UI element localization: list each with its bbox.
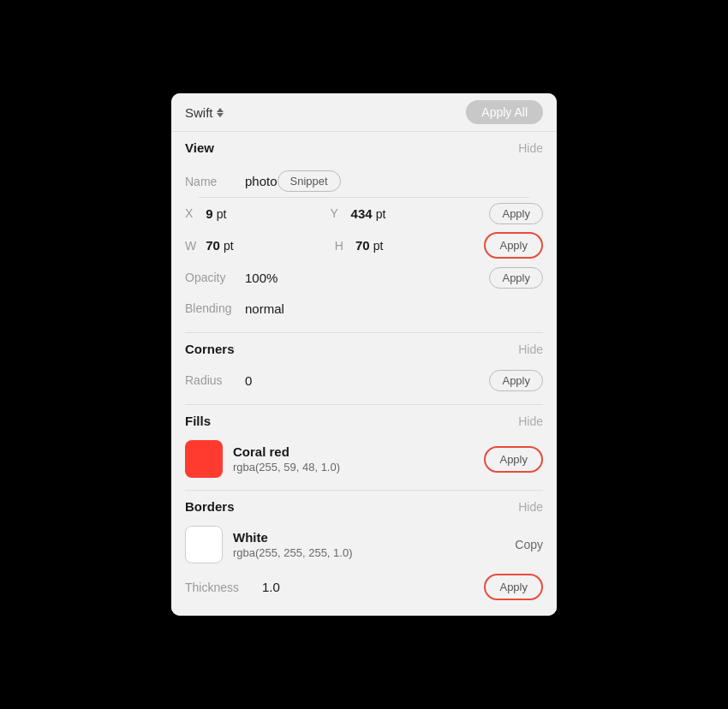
- border-color-rgba: rgba(255, 255, 255, 1.0): [233, 546, 515, 559]
- fills-hide-link[interactable]: Hide: [518, 414, 543, 428]
- view-title: View: [185, 140, 214, 155]
- thickness-label: Thickness: [185, 581, 262, 594]
- selector-chevron: [217, 108, 224, 117]
- fills-section: Fills Hide Coral red rgba(255, 59, 48, 1…: [171, 405, 557, 490]
- h-label: H: [335, 239, 352, 253]
- border-info: White rgba(255, 255, 255, 1.0): [233, 530, 515, 559]
- h-value: 70 pt: [352, 238, 384, 253]
- xy-row: X 9 pt Y 434 pt Apply: [185, 198, 543, 229]
- w-value: 70 pt: [202, 238, 234, 253]
- x-value: 9 pt: [202, 206, 226, 221]
- borders-section-content: White rgba(255, 255, 255, 1.0) Copy Thic…: [171, 519, 557, 616]
- apply-wh-highlighted: Apply: [484, 232, 543, 259]
- thickness-value: 1.0: [262, 580, 484, 594]
- x-label: X: [185, 206, 202, 220]
- fills-section-content: Coral red rgba(255, 59, 48, 1.0) Apply: [171, 433, 557, 490]
- thickness-row: Thickness 1.0 Apply: [185, 567, 543, 607]
- fills-section-header: Fills Hide: [171, 405, 557, 433]
- corners-hide-link[interactable]: Hide: [518, 343, 543, 356]
- apply-opacity-button[interactable]: Apply: [489, 267, 543, 289]
- fill-color-swatch: [185, 440, 223, 478]
- apply-borders-highlighted: Apply: [484, 574, 543, 600]
- border-color-name: White: [233, 530, 515, 545]
- borders-hide-link[interactable]: Hide: [518, 500, 543, 514]
- opacity-label: Opacity: [185, 271, 245, 284]
- borders-section-header: Borders Hide: [171, 491, 557, 519]
- view-section: View Hide Name photo Snippet X 9 pt Y 43…: [171, 132, 557, 332]
- borders-title: Borders: [185, 499, 235, 514]
- border-copy-link[interactable]: Copy: [515, 538, 543, 551]
- top-bar: Swift Apply All: [171, 93, 557, 132]
- border-color-row: White rgba(255, 255, 255, 1.0) Copy: [185, 522, 543, 567]
- fill-row: Coral red rgba(255, 59, 48, 1.0) Apply: [185, 437, 543, 481]
- borders-section: Borders Hide White rgba(255, 255, 255, 1…: [171, 491, 557, 616]
- opacity-value: 100%: [245, 271, 489, 285]
- apply-fills-button[interactable]: Apply: [487, 450, 540, 469]
- snippet-button[interactable]: Snippet: [277, 170, 341, 192]
- fill-color-rgba: rgba(255, 59, 48, 1.0): [233, 461, 484, 474]
- border-color-swatch: [185, 526, 223, 563]
- name-value: photo: [245, 174, 277, 188]
- corners-title: Corners: [185, 342, 235, 356]
- opacity-row: Opacity 100% Apply: [185, 262, 543, 293]
- radius-label: Radius: [185, 373, 245, 387]
- fill-color-name: Coral red: [233, 444, 484, 459]
- blending-label: Blending: [185, 301, 245, 315]
- y-label: Y: [330, 206, 347, 220]
- radius-row: Radius 0 Apply: [185, 365, 543, 396]
- swift-label: Swift: [185, 105, 213, 120]
- corners-section-content: Radius 0 Apply: [171, 361, 557, 404]
- apply-fills-highlighted: Apply: [484, 446, 543, 473]
- name-label: Name: [185, 175, 245, 188]
- view-hide-link[interactable]: Hide: [518, 141, 543, 155]
- apply-wh-button[interactable]: Apply: [487, 235, 540, 255]
- corners-section-header: Corners Hide: [171, 333, 557, 361]
- fill-info: Coral red rgba(255, 59, 48, 1.0): [233, 444, 484, 474]
- fills-title: Fills: [185, 414, 211, 428]
- wh-row: W 70 pt H 70 pt Apply: [185, 229, 543, 262]
- view-section-header: View Hide: [171, 132, 557, 160]
- apply-borders-button[interactable]: Apply: [487, 577, 540, 597]
- corners-section: Corners Hide Radius 0 Apply: [171, 333, 557, 404]
- swift-selector[interactable]: Swift: [185, 105, 224, 120]
- name-row: Name photo Snippet: [185, 164, 543, 197]
- apply-xy-button[interactable]: Apply: [489, 203, 543, 224]
- blending-row: Blending normal: [185, 293, 543, 324]
- radius-value: 0: [245, 373, 489, 388]
- apply-corners-button[interactable]: Apply: [489, 370, 543, 391]
- apply-all-button[interactable]: Apply All: [466, 100, 543, 124]
- y-value: 434 pt: [347, 206, 385, 221]
- w-label: W: [185, 239, 202, 253]
- view-section-content: Name photo Snippet X 9 pt Y 434 pt Apply…: [171, 160, 557, 332]
- blending-value: normal: [245, 301, 543, 316]
